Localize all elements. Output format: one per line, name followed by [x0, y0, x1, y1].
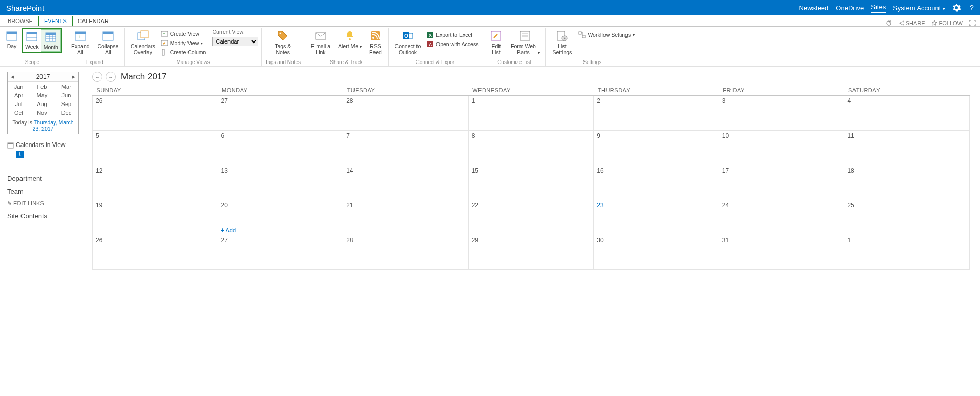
tags-notes-button[interactable]: Tags & Notes	[270, 29, 295, 56]
minical-month[interactable]: Oct	[8, 109, 30, 117]
expand-all-button[interactable]: + Expand All	[68, 29, 93, 56]
rss-feed-button[interactable]: RSS Feed	[366, 29, 385, 56]
alert-me-button[interactable]: Alert Me ▾	[336, 29, 364, 50]
calendar-cell[interactable]: 10	[719, 131, 844, 165]
calendar-cell[interactable]: 6	[218, 131, 343, 165]
minical-today-link[interactable]: Thursday, March 23, 2017	[33, 119, 74, 132]
minical-month[interactable]: Sep	[54, 100, 78, 109]
calendar-cell[interactable]: 21	[343, 200, 469, 235]
calendar-cell[interactable]: 2	[594, 96, 719, 131]
tab-events[interactable]: EVENTS	[38, 16, 72, 26]
calendar-cell[interactable]: 27	[218, 96, 343, 131]
calendar-cell[interactable]: 1	[468, 96, 594, 131]
minical-month[interactable]: Jun	[54, 91, 78, 100]
minical-month[interactable]: Feb	[30, 82, 55, 91]
calendar-cell[interactable]: 15	[468, 165, 594, 200]
minical-month[interactable]: Aug	[30, 100, 55, 109]
ribbon-group-scope: Day Week Month Scope	[0, 28, 65, 66]
calendar-cell[interactable]: 27	[218, 235, 343, 270]
calendar-cell[interactable]: 12	[93, 165, 218, 200]
modify-view-button[interactable]: Modify View ▾	[160, 39, 207, 47]
scope-week-button[interactable]: Week	[23, 29, 41, 52]
calendar-cell[interactable]: 26	[93, 96, 218, 131]
calendar-cell[interactable]: 20+ Add	[218, 200, 343, 235]
current-view-select[interactable]: Calendar	[212, 37, 258, 46]
tab-browse[interactable]: BROWSE	[2, 16, 38, 26]
minical-month[interactable]: Apr	[8, 91, 30, 100]
workflow-settings-button[interactable]: Workflow Settings ▾	[577, 31, 636, 39]
calendar-cell[interactable]: 14	[343, 165, 469, 200]
refresh-icon[interactable]	[886, 20, 892, 26]
connect-outlook-button[interactable]: O Connect to Outlook	[392, 29, 424, 56]
calendar-cell[interactable]: 18	[844, 165, 970, 200]
gear-icon[interactable]	[952, 4, 961, 12]
link-onedrive[interactable]: OneDrive	[836, 4, 864, 12]
minical-month[interactable]: Nov	[30, 109, 55, 117]
minical-prev[interactable]: ◀	[11, 74, 14, 79]
calendar-in-view-item[interactable]: t	[16, 151, 24, 158]
cal-prev-button[interactable]: ←	[92, 72, 102, 82]
svg-text:+: +	[165, 50, 168, 55]
minical-next[interactable]: ▶	[72, 74, 75, 79]
calendar-header: ← → March 2017	[92, 72, 970, 82]
calendar-cell[interactable]: 30	[594, 235, 719, 270]
calendar-cell[interactable]: 16	[594, 165, 719, 200]
create-column-button[interactable]: +Create Column	[160, 48, 207, 56]
ribbon-group-tags: Tags & Notes Tags and Notes	[262, 28, 304, 66]
add-event-link[interactable]: + Add	[221, 227, 236, 233]
focus-icon[interactable]	[969, 20, 976, 26]
calendar-cell[interactable]: 25	[844, 200, 970, 235]
calendar-cell[interactable]: 5	[93, 131, 218, 165]
calendar-cell[interactable]: 8	[468, 131, 594, 165]
calendar-cell[interactable]: 4	[844, 96, 970, 131]
follow-button[interactable]: FOLLOW	[931, 20, 963, 26]
ribbon-group-customize: Edit List Form Web Parts ▾ Customize Lis…	[483, 28, 546, 66]
calendar-cell[interactable]: 24	[719, 200, 844, 235]
scope-month-button[interactable]: Month	[41, 29, 61, 52]
minical-month[interactable]: Jul	[8, 100, 30, 109]
calendar-month-icon	[45, 31, 57, 43]
nav-edit-links[interactable]: ✎ EDIT LINKS	[7, 198, 82, 210]
calendar-cell[interactable]: 26	[93, 235, 218, 270]
minical-month[interactable]: Jan	[8, 82, 30, 91]
share-button[interactable]: SHARE	[898, 20, 925, 26]
export-excel-button[interactable]: XExport to Excel	[426, 31, 479, 39]
minical-month[interactable]: May	[30, 91, 55, 100]
minical-month[interactable]: Dec	[54, 109, 78, 117]
open-access-button[interactable]: AOpen with Access	[426, 40, 479, 48]
collapse-icon: –	[102, 30, 114, 42]
form-web-parts-button[interactable]: Form Web Parts ▾	[508, 29, 542, 56]
nav-team[interactable]: Team	[7, 185, 82, 198]
calendar-cell[interactable]: 7	[343, 131, 469, 165]
calendar-cell[interactable]: 29	[468, 235, 594, 270]
calendar-cell[interactable]: 17	[719, 165, 844, 200]
link-newsfeed[interactable]: Newsfeed	[799, 4, 829, 12]
calendars-overlay-button[interactable]: Calendars Overlay	[128, 29, 158, 56]
link-sites[interactable]: Sites	[871, 3, 886, 13]
calendar-cell[interactable]: 22	[468, 200, 594, 235]
create-view-button[interactable]: +Create View	[160, 30, 207, 38]
minical-month-current[interactable]: Mar	[54, 82, 78, 91]
account-menu[interactable]: System Account ▾	[893, 4, 945, 12]
calendar-cell[interactable]: 1	[844, 235, 970, 270]
calendar-cell[interactable]: 11	[844, 131, 970, 165]
list-settings-button[interactable]: List Settings	[549, 29, 575, 56]
calendar-cell[interactable]: 23	[594, 200, 719, 235]
calendar-cell[interactable]: 28	[343, 235, 469, 270]
svg-rect-2	[7, 32, 17, 34]
nav-site-contents[interactable]: Site Contents	[7, 210, 82, 222]
email-link-button[interactable]: E-mail a Link	[307, 29, 334, 56]
scope-day-button[interactable]: Day	[3, 29, 20, 50]
cal-next-button[interactable]: →	[106, 72, 116, 82]
tab-calendar[interactable]: CALENDAR	[72, 16, 114, 26]
help-icon[interactable]: ?	[968, 4, 976, 12]
nav-department[interactable]: Department	[7, 172, 82, 185]
calendar-cell[interactable]: 13	[218, 165, 343, 200]
calendar-cell[interactable]: 28	[343, 96, 469, 131]
calendar-cell[interactable]: 31	[719, 235, 844, 270]
calendar-cell[interactable]: 3	[719, 96, 844, 131]
edit-list-button[interactable]: Edit List	[486, 29, 506, 56]
collapse-all-button[interactable]: – Collapse All	[95, 29, 121, 56]
calendar-cell[interactable]: 9	[594, 131, 719, 165]
calendar-cell[interactable]: 19	[93, 200, 218, 235]
